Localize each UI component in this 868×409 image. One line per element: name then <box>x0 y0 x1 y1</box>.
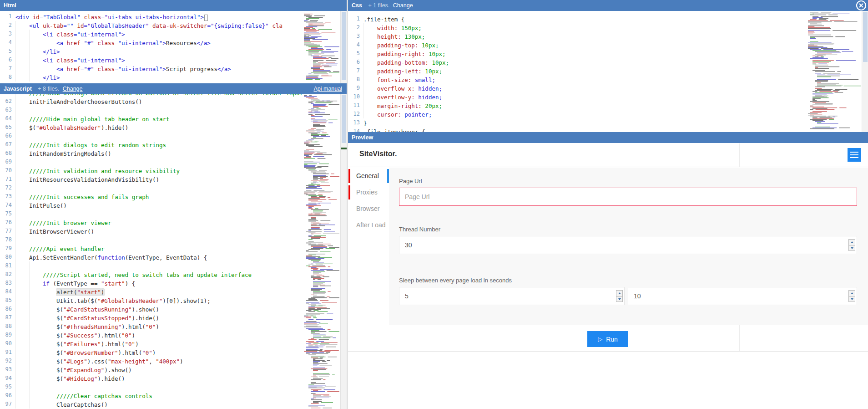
circle-x-icon[interactable] <box>856 0 867 11</box>
code-line[interactable]: 72 <box>0 184 303 192</box>
code-line[interactable]: 94$("#HideLog").hide() <box>0 374 303 383</box>
code-line[interactable]: 2<ul uk-tab="" id="GlobalTabsHeader" dat… <box>0 21 303 30</box>
stepper-down-icon[interactable] <box>848 296 855 302</box>
code-line[interactable]: 95 <box>0 383 303 391</box>
sleep-max-input[interactable] <box>628 287 857 305</box>
code-line[interactable]: 83if (EventType == "start") { <box>0 279 303 287</box>
code-line[interactable]: 65$("#GlobalTabsHeader").hide() <box>0 123 303 132</box>
code-line[interactable]: 66 <box>0 132 303 140</box>
code-line[interactable]: 9overflow-x: hidden; <box>348 84 805 92</box>
code-text: /////Init dialogs to edit random strings <box>15 142 166 148</box>
tab-proxies[interactable]: Proxies <box>348 185 389 199</box>
sleep-min-stepper[interactable] <box>616 290 623 302</box>
code-line[interactable]: 89$("#Success").html("0") <box>0 331 303 339</box>
html-minimap[interactable] <box>304 12 339 81</box>
tab-general[interactable]: General <box>348 169 389 183</box>
stepper-down-icon[interactable] <box>616 296 623 302</box>
thread-number-stepper[interactable] <box>848 239 855 251</box>
stepper-down-icon[interactable] <box>848 245 855 251</box>
html-code[interactable]: 1<div id="TabGlobal" class="ui-tabs ui-t… <box>0 12 303 82</box>
code-line[interactable]: 64/////Hide main global tab header on st… <box>0 114 303 123</box>
code-line[interactable]: 5</li> <box>0 47 303 56</box>
css-change-link[interactable]: Change <box>393 2 413 9</box>
code-line[interactable]: 88$("#ThreadsRunning").html("0") <box>0 322 303 331</box>
code-line[interactable]: 73/////Init successes and fails graph <box>0 192 303 201</box>
code-line[interactable]: 8</li> <box>0 73 303 82</box>
css-code-area[interactable]: 1.file-item {2width: 150px;3height: 130p… <box>348 11 868 132</box>
code-line[interactable]: 7<a href="#" class="ui-internal">Script … <box>0 64 303 73</box>
code-line[interactable]: 76/////Init browser viewer <box>0 218 303 227</box>
code-line[interactable]: 1.file-item { <box>348 15 805 23</box>
code-line[interactable]: 8font-size: small; <box>348 75 805 84</box>
thread-number-input[interactable] <box>399 236 857 254</box>
tab-browser[interactable]: Browser <box>348 202 389 216</box>
code-line[interactable]: 71InitResourcesValidationAndVisibility() <box>0 175 303 184</box>
code-line[interactable]: 85UIkit.tab($("#GlobalTabsHeader")[0]).s… <box>0 296 303 305</box>
css-code[interactable]: 1.file-item {2width: 150px;3height: 130p… <box>348 15 805 132</box>
code-line[interactable]: 93$("#ExpandLog").show() <box>0 365 303 374</box>
code-line[interactable]: 79/////Api event handler <box>0 244 303 253</box>
css-minimap[interactable] <box>808 12 861 129</box>
html-code-area[interactable]: 1<div id="TabGlobal" class="ui-tabs ui-t… <box>0 11 347 83</box>
stepper-up-icon[interactable] <box>848 290 855 296</box>
code-line[interactable]: 3height: 130px; <box>348 32 805 41</box>
code-line[interactable]: 2width: 150px; <box>348 23 805 32</box>
code-line[interactable]: 6<li class="ui-internal"> <box>0 56 303 64</box>
code-line[interactable]: 81 <box>0 261 303 270</box>
code-line[interactable]: 69 <box>0 158 303 166</box>
run-button[interactable]: ▷ Run <box>587 331 628 347</box>
code-line[interactable]: 87$("#CardStatusStopped").hide() <box>0 313 303 322</box>
code-line[interactable]: 13} <box>348 118 805 127</box>
code-line[interactable]: 78 <box>0 235 303 244</box>
code-line[interactable]: 12cursor: pointer; <box>348 110 805 118</box>
js-code-area[interactable]: 61/////Show dialogs when clicked on butt… <box>0 94 347 409</box>
js-scrollbar[interactable] <box>340 94 347 409</box>
api-manual-link[interactable]: Api manual <box>313 83 342 94</box>
js-code[interactable]: 61/////Show dialogs when clicked on butt… <box>0 94 303 409</box>
code-line[interactable]: 11margin-right: 20px; <box>348 101 805 110</box>
code-line[interactable]: 63 <box>0 106 303 114</box>
code-line[interactable]: 62InitFileAndFolderChooserButtons() <box>0 97 303 106</box>
code-line[interactable]: 84alert("start") <box>0 287 303 296</box>
js-minimap[interactable] <box>304 95 339 409</box>
code-line[interactable]: 67/////Init dialogs to edit random strin… <box>0 140 303 149</box>
code-line[interactable]: 6padding-bottom: 10px; <box>348 58 805 66</box>
code-line[interactable]: 77InitBrowserViewer() <box>0 227 303 235</box>
code-line[interactable]: 86$("#CardStatusRunning").show() <box>0 305 303 313</box>
code-line[interactable]: 68InitRandomStringModals() <box>0 149 303 158</box>
html-scrollbar[interactable] <box>340 11 347 83</box>
code-line[interactable]: 14.file-item:hover { <box>348 127 805 132</box>
code-line[interactable]: 7padding-left: 10px; <box>348 66 805 75</box>
code-line[interactable]: 90$("#Failures").html("0") <box>0 339 303 348</box>
code-line[interactable]: 75 <box>0 210 303 218</box>
tab-after-load[interactable]: After Load <box>348 218 389 232</box>
line-number: 72 <box>0 184 12 192</box>
stepper-up-icon[interactable] <box>616 290 623 296</box>
code-line[interactable]: 96/////Clear captchas controls <box>0 391 303 400</box>
code-text: $("#GlobalTabsHeader").hide() <box>15 124 128 131</box>
code-line[interactable]: 80Api.SetEventHandler(function(EventType… <box>0 253 303 261</box>
code-line[interactable]: 82/////Script started, need to switch ta… <box>0 270 303 279</box>
page-url-input[interactable] <box>399 188 857 206</box>
hamburger-icon[interactable] <box>848 148 861 162</box>
js-change-link[interactable]: Change <box>63 86 83 92</box>
css-scrollbar[interactable] <box>862 11 868 132</box>
line-number: 79 <box>0 244 12 253</box>
code-line[interactable]: 10overflow-y: hidden; <box>348 92 805 101</box>
html-scrollbar-thumb[interactable] <box>342 12 346 80</box>
code-line[interactable]: 97ClearCaptchas() <box>0 400 303 409</box>
stepper-up-icon[interactable] <box>848 239 855 245</box>
js-scrollbar-thumb[interactable] <box>342 95 346 143</box>
code-line[interactable]: 4<a href="#" class="ui-internal">Resourc… <box>0 38 303 47</box>
code-line[interactable]: 92$("#Logs").css("max-height", "400px") <box>0 357 303 365</box>
code-line[interactable]: 1<div id="TabGlobal" class="ui-tabs ui-t… <box>0 12 303 21</box>
sleep-min-input[interactable] <box>399 287 625 305</box>
code-line[interactable]: 91$("#BrowserNumber").html("0") <box>0 348 303 357</box>
code-line[interactable]: 4padding-top: 10px; <box>348 41 805 49</box>
code-line[interactable]: 74InitPulse() <box>0 201 303 210</box>
code-line[interactable]: 5padding-right: 10px; <box>348 49 805 58</box>
code-line[interactable]: 3<li class="ui-internal"> <box>0 30 303 38</box>
code-line[interactable]: 70/////Init validation and resource visi… <box>0 166 303 175</box>
sleep-max-stepper[interactable] <box>848 290 855 302</box>
css-scrollbar-thumb[interactable] <box>863 12 868 62</box>
